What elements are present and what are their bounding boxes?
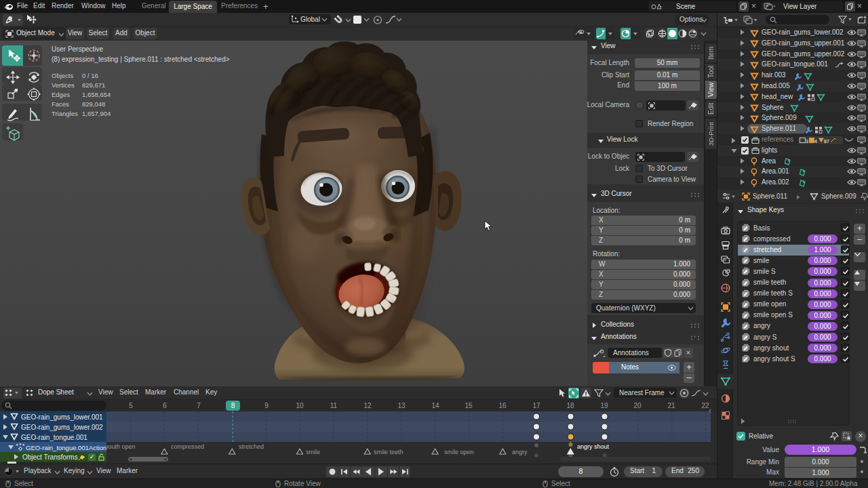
- svg-text:87: 87: [824, 139, 829, 144]
- svg-text:3: 3: [806, 139, 808, 144]
- svg-text:4: 4: [814, 139, 817, 144]
